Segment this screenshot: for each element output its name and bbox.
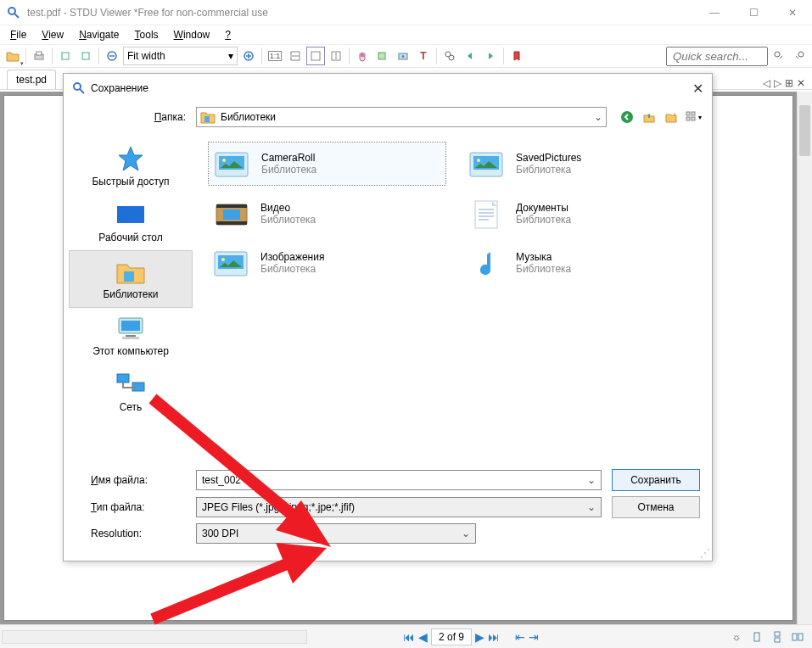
tab-grid-icon[interactable]: ⊞ — [785, 77, 793, 89]
nav-fwd-button[interactable]: ⇥ — [529, 630, 539, 644]
cancel-button[interactable]: Отмена — [612, 496, 700, 518]
open-button[interactable]: ▾ — [3, 47, 22, 65]
svg-rect-52 — [216, 221, 247, 225]
two-page-button[interactable] — [788, 628, 807, 646]
svg-rect-16 — [378, 53, 385, 59]
svg-rect-4 — [62, 53, 69, 59]
zoom-combo[interactable]: Fit width▾ — [123, 47, 238, 65]
hand-tool-button[interactable] — [353, 47, 372, 65]
close-button[interactable]: ✕ — [773, 0, 812, 25]
menu-navigate[interactable]: Navigate — [72, 27, 126, 42]
prev-page-button[interactable]: ◀ — [418, 630, 428, 644]
find-button[interactable] — [440, 47, 459, 65]
snapshot-button[interactable] — [394, 47, 412, 65]
new-folder-icon[interactable] — [663, 109, 680, 126]
menu-help[interactable]: ? — [218, 27, 238, 42]
fit-page-button[interactable] — [306, 47, 325, 65]
save-button[interactable]: Сохранить — [612, 469, 700, 491]
tab-prev-icon[interactable]: ◁ — [763, 77, 770, 89]
library-documents[interactable]: ДокументыБиблиотека — [463, 193, 702, 235]
svg-rect-42 — [117, 374, 129, 383]
menu-view[interactable]: View — [35, 27, 70, 42]
file-list: CameraRollБиблиотека SavedPicturesБиблио… — [198, 131, 712, 462]
tab-close-icon[interactable]: ✕ — [797, 77, 805, 89]
libraries-icon — [114, 258, 148, 285]
place-libraries[interactable]: Библиотеки — [69, 250, 193, 308]
single-page-button[interactable] — [748, 628, 766, 646]
rotate-left-button[interactable] — [56, 47, 75, 65]
search-next-button[interactable] — [790, 47, 809, 65]
back-nav-icon[interactable] — [619, 109, 636, 126]
filename-label: Имя файла: — [76, 474, 186, 486]
tab-next-icon[interactable]: ▷ — [774, 77, 781, 89]
title-bar: test.pdf - STDU Viewer *Free for non-com… — [0, 0, 812, 25]
menu-window[interactable]: Window — [167, 27, 217, 42]
fit-height-button[interactable] — [327, 47, 345, 65]
svg-rect-41 — [122, 337, 139, 339]
fit-width-button[interactable] — [286, 47, 305, 65]
minimize-button[interactable]: — — [695, 0, 734, 25]
print-button[interactable] — [30, 47, 48, 65]
place-quick-access[interactable]: Быстрый доступ — [64, 138, 198, 194]
svg-rect-26 — [792, 634, 797, 640]
nav-back-button[interactable]: ⇤ — [515, 630, 525, 644]
places-bar: Быстрый доступ Рабочий стол Библиотеки Э… — [64, 131, 198, 462]
horizontal-scrollbar[interactable] — [2, 630, 307, 644]
picture-library-icon — [212, 146, 253, 182]
menu-file[interactable]: File — [3, 27, 33, 42]
folder-label: Папка: — [64, 111, 191, 123]
quick-search-input[interactable] — [666, 47, 768, 66]
library-images[interactable]: ИзображенияБиблиотека — [208, 242, 446, 284]
svg-rect-25 — [775, 638, 780, 642]
library-video[interactable]: ВидеоБиблиотека — [208, 193, 446, 235]
save-dialog: Сохранение ✕ Папка: Библиотеки ⌄ ▾ Быстр… — [63, 73, 713, 561]
page-indicator[interactable]: 2 of 9 — [431, 628, 472, 645]
folder-combo[interactable]: Библиотеки ⌄ — [196, 107, 607, 127]
vertical-scrollbar[interactable] — [797, 92, 812, 624]
document-tab[interactable]: test.pd — [7, 70, 56, 89]
last-page-button[interactable]: ⏭ — [488, 630, 500, 644]
continuous-button[interactable] — [768, 628, 787, 646]
svg-rect-51 — [216, 204, 247, 208]
place-this-pc[interactable]: Этот компьютер — [64, 308, 198, 364]
place-desktop[interactable]: Рабочий стол — [64, 194, 198, 250]
svg-rect-23 — [754, 633, 759, 641]
search-prev-button[interactable] — [770, 47, 788, 65]
svg-rect-33 — [692, 112, 695, 115]
library-music[interactable]: МузыкаБиблиотека — [463, 242, 702, 284]
view-menu-icon[interactable]: ▾ — [685, 109, 702, 126]
next-page-button[interactable]: ▶ — [475, 630, 484, 644]
library-savedpictures[interactable]: SavedPicturesБиблиотека — [463, 142, 702, 186]
library-cameraroll[interactable]: CameraRollБиблиотека — [208, 142, 446, 186]
document-library-icon — [467, 196, 507, 232]
select-tool-button[interactable] — [373, 47, 392, 65]
menu-tools[interactable]: Tools — [128, 27, 165, 42]
zoom-out-button[interactable] — [103, 47, 121, 65]
first-page-button[interactable]: ⏮ — [403, 630, 415, 644]
svg-rect-40 — [126, 335, 136, 337]
up-nav-icon[interactable] — [641, 109, 658, 126]
text-tool-button[interactable]: T — [414, 47, 433, 65]
resolution-combo[interactable]: 300 DPI⌄ — [196, 523, 476, 544]
place-network[interactable]: Сеть — [64, 364, 198, 420]
maximize-button[interactable]: ☐ — [734, 0, 773, 25]
dim-button[interactable]: ☼ — [727, 628, 746, 646]
svg-point-20 — [449, 55, 454, 60]
svg-rect-5 — [82, 53, 89, 59]
forward-button[interactable] — [481, 47, 500, 65]
zoom-in-button[interactable] — [239, 47, 258, 65]
bookmark-button[interactable] — [507, 47, 526, 65]
filetype-combo[interactable]: JPEG Files (*.jpg;*.jpeg;*.jpe;*.jfif)⌄ — [196, 497, 602, 517]
filename-input[interactable]: test_002⌄ — [196, 470, 602, 490]
dialog-close-button[interactable]: ✕ — [692, 81, 703, 97]
network-icon — [114, 371, 148, 398]
svg-point-0 — [8, 8, 15, 14]
svg-rect-37 — [124, 271, 134, 282]
fit-actual-button[interactable]: 1:1 — [266, 47, 284, 65]
rotate-right-button[interactable] — [76, 47, 95, 65]
svg-rect-24 — [775, 632, 780, 636]
back-button[interactable] — [461, 47, 479, 65]
svg-point-31 — [621, 111, 633, 123]
resize-grip-icon[interactable]: ⋰ — [700, 547, 710, 559]
svg-rect-35 — [692, 117, 695, 120]
